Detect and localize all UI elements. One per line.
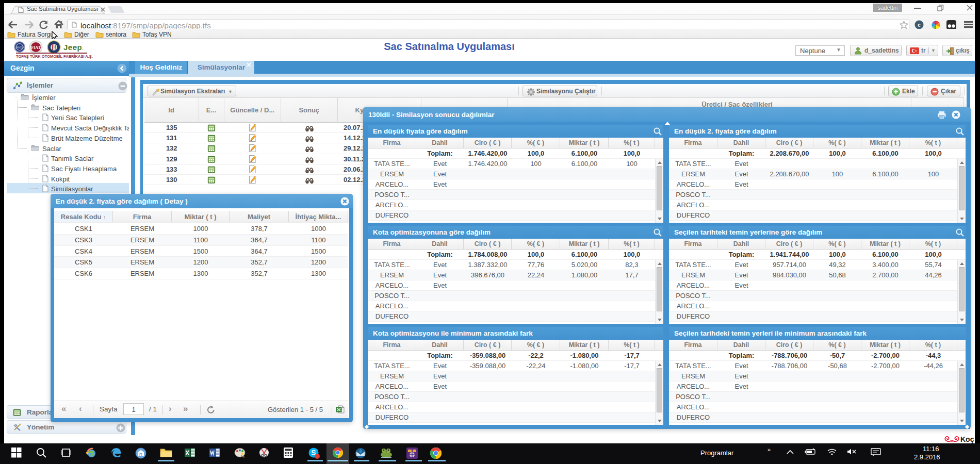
svg-text:FIAT: FIAT (31, 45, 41, 50)
svg-text:e: e (918, 21, 921, 28)
svg-text:LANCIA: LANCIA (15, 46, 25, 49)
